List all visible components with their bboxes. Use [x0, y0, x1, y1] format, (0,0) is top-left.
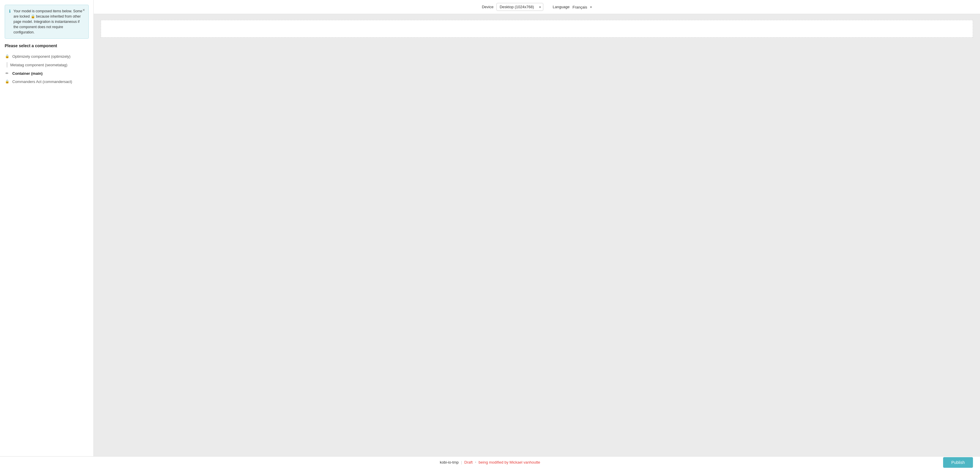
info-banner-text: Your model is composed items below. Some… [13, 8, 84, 35]
device-group: Device Desktop (1024x768) [482, 3, 543, 11]
publish-button[interactable]: Publish [943, 457, 973, 468]
lock-icon: 🔒 [5, 79, 10, 84]
right-panel: Device Desktop (1024x768) Language Franç… [94, 0, 980, 456]
language-select[interactable]: Français [573, 5, 592, 10]
info-banner: ℹ Your model is composed items below. So… [5, 5, 89, 39]
bottom-bar: kobi-io-tmp | Draft • being modified by … [0, 456, 980, 468]
component-list: 🔒 Optimizely component (optimizely) Meta… [5, 52, 89, 86]
preview-toolbar: Device Desktop (1024x768) Language Franç… [94, 0, 980, 14]
close-banner-button[interactable]: × [82, 7, 86, 13]
list-item[interactable]: 🔒 Commanders Act (commandersact) [5, 77, 89, 86]
site-name: kobi-io-tmp [440, 460, 459, 465]
info-icon: ℹ [9, 9, 11, 13]
preview-frame [101, 20, 973, 38]
list-item[interactable]: Metatag component (seometatag) [5, 61, 89, 69]
device-label: Device [482, 5, 493, 9]
language-select-wrapper: Français [573, 5, 592, 10]
device-select-wrapper: Desktop (1024x768) [496, 3, 543, 11]
preview-area [94, 14, 980, 456]
status-badge: Draft [464, 460, 473, 465]
component-label: Commanders Act (commandersact) [12, 80, 72, 84]
modified-by-text: being modified by Mickael vanhoutte [479, 460, 540, 465]
language-group: Language Français [553, 5, 592, 10]
list-item[interactable]: ✏ Container (main) [5, 69, 89, 77]
bottom-info: kobi-io-tmp | Draft • being modified by … [440, 460, 540, 465]
left-panel: ℹ Your model is composed items below. So… [0, 0, 94, 456]
divider: | [461, 460, 462, 465]
list-item[interactable]: 🔒 Optimizely component (optimizely) [5, 52, 89, 61]
language-label: Language [553, 5, 570, 9]
lock-icon: 🔒 [5, 54, 10, 59]
component-label: Metatag component (seometatag) [10, 63, 67, 67]
section-title: Please select a component [5, 43, 89, 48]
device-select[interactable]: Desktop (1024x768) [496, 3, 543, 11]
dot-separator: • [475, 460, 477, 465]
pencil-icon: ✏ [5, 71, 10, 76]
component-label: Optimizely component (optimizely) [12, 54, 71, 59]
component-label: Container (main) [12, 71, 43, 76]
separator-icon [7, 62, 7, 67]
